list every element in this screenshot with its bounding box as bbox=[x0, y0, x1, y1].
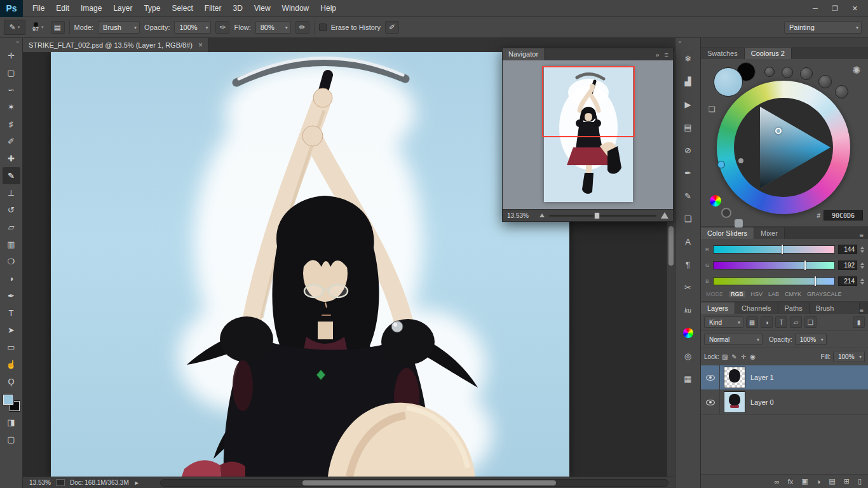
menu-edit[interactable]: Edit bbox=[50, 0, 75, 17]
red-value-field[interactable]: 144 bbox=[838, 245, 857, 254]
menu-file[interactable]: File bbox=[27, 0, 50, 17]
eyedropper-tool[interactable]: ✐ bbox=[3, 133, 20, 150]
blue-slider-marker[interactable] bbox=[815, 276, 816, 286]
filter-pixel-icon[interactable]: ▦ bbox=[746, 316, 758, 328]
gradient-tool[interactable]: ▥ bbox=[3, 236, 20, 253]
brush-panel-toggle-icon[interactable]: ▤ bbox=[51, 21, 65, 34]
toolbar-collapse-icon[interactable]: » bbox=[17, 38, 22, 47]
menu-image[interactable]: Image bbox=[75, 0, 107, 17]
layer-mask-icon[interactable]: ▣ bbox=[801, 477, 808, 485]
path-selection-tool[interactable]: ➤ bbox=[3, 322, 20, 339]
layer-comps-icon[interactable]: ❏ bbox=[679, 209, 698, 228]
healing-brush-tool[interactable]: ✚ bbox=[3, 150, 20, 167]
dodge-tool[interactable]: ◑ bbox=[3, 270, 20, 287]
mode-select[interactable]: Brush bbox=[98, 21, 140, 34]
history-brush-tool[interactable]: ↺ bbox=[3, 201, 20, 219]
color-mode-circle-icon[interactable] bbox=[710, 195, 721, 207]
actions-icon[interactable]: ▶ bbox=[679, 95, 698, 114]
red-stepper[interactable] bbox=[860, 247, 864, 253]
new-layer-icon[interactable]: ⊞ bbox=[844, 477, 850, 485]
filter-type-icon[interactable]: T bbox=[775, 316, 787, 328]
flow-select[interactable]: 80% bbox=[255, 21, 291, 34]
tab-paths[interactable]: Paths bbox=[778, 302, 810, 314]
dock-collapse-icon[interactable]: « bbox=[675, 38, 681, 47]
libraries-icon[interactable]: ▦ bbox=[679, 369, 698, 388]
shape-tool[interactable]: ▭ bbox=[3, 339, 20, 356]
blue-value-field[interactable]: 214 bbox=[838, 276, 857, 286]
mode-hsv[interactable]: HSV bbox=[751, 291, 763, 297]
copy-color-icon[interactable]: ❏ bbox=[709, 105, 715, 114]
knob-icon[interactable] bbox=[764, 67, 775, 77]
menu-filter[interactable]: Filter bbox=[199, 0, 227, 17]
quick-mask-button[interactable]: ◨ bbox=[3, 414, 20, 431]
quick-selection-tool[interactable]: ✶ bbox=[3, 98, 20, 116]
filter-smart-object-icon[interactable]: ❏ bbox=[804, 316, 817, 328]
blur-tool[interactable]: ❍ bbox=[3, 253, 20, 270]
blue-stepper[interactable] bbox=[860, 278, 864, 285]
clone-source-icon[interactable]: ◎ bbox=[679, 346, 698, 365]
move-tool[interactable]: ✛ bbox=[3, 47, 20, 64]
screen-mode-button[interactable]: ▢ bbox=[3, 431, 20, 448]
tab-mixer[interactable]: Mixer bbox=[754, 227, 785, 239]
green-value-field[interactable]: 192 bbox=[838, 261, 857, 270]
knob-icon[interactable] bbox=[835, 85, 848, 98]
close-document-icon[interactable]: × bbox=[198, 41, 203, 50]
layer-name[interactable]: Layer 1 bbox=[750, 374, 774, 381]
knob-icon[interactable] bbox=[800, 67, 813, 80]
blend-mode-select[interactable]: Normal bbox=[704, 334, 763, 345]
knob-icon[interactable] bbox=[782, 67, 793, 78]
mode-cmyk[interactable]: CMYK bbox=[785, 291, 801, 297]
delete-layer-icon[interactable]: ▯ bbox=[858, 477, 862, 485]
lock-pixels-icon[interactable]: ✎ bbox=[731, 353, 736, 360]
color-themes-icon[interactable] bbox=[679, 323, 698, 342]
lock-all-icon[interactable]: ◉ bbox=[750, 353, 756, 360]
eye-icon[interactable] bbox=[706, 375, 715, 381]
lasso-tool[interactable]: ∽ bbox=[3, 81, 20, 98]
layer-group-icon[interactable]: ▤ bbox=[829, 477, 835, 485]
airbrush-icon[interactable]: ✏ bbox=[295, 21, 309, 34]
foreground-color-swatch[interactable] bbox=[3, 395, 13, 405]
gear-icon[interactable]: ✺ bbox=[852, 64, 860, 76]
hue-marker[interactable] bbox=[717, 161, 725, 168]
marquee-tool[interactable]: ▢ bbox=[3, 64, 20, 81]
filter-shape-icon[interactable]: ▱ bbox=[790, 316, 802, 328]
tab-swatches[interactable]: Swatches bbox=[701, 48, 745, 59]
green-stepper[interactable] bbox=[860, 262, 864, 269]
fill-select[interactable]: 100% bbox=[833, 351, 865, 362]
navigator-collapse-icon[interactable]: » bbox=[655, 51, 659, 58]
vertical-scrollbar-thumb[interactable] bbox=[668, 226, 674, 266]
layer-name[interactable]: Layer 0 bbox=[750, 398, 774, 406]
lock-transparency-icon[interactable]: ▨ bbox=[722, 353, 728, 360]
horizontal-scrollbar-thumb[interactable] bbox=[302, 480, 556, 485]
tab-channels[interactable]: Channels bbox=[735, 302, 778, 314]
knob-icon[interactable] bbox=[818, 75, 832, 88]
zoom-tool[interactable]: Ǫ bbox=[3, 373, 20, 390]
red-slider[interactable] bbox=[713, 245, 835, 254]
layer-thumbnail[interactable] bbox=[724, 367, 745, 388]
current-color-circle[interactable] bbox=[714, 67, 743, 97]
scissors-icon[interactable]: ✂ bbox=[679, 278, 698, 297]
navigator-zoom-field[interactable]: 13.53% bbox=[507, 212, 535, 219]
opacity-select[interactable]: 100% bbox=[174, 21, 211, 34]
adjustment-layer-icon[interactable]: ◑ bbox=[817, 478, 821, 485]
crop-tool[interactable]: ♯ bbox=[3, 116, 20, 133]
hand-tool[interactable]: ☝ bbox=[3, 356, 20, 373]
menu-type[interactable]: Type bbox=[138, 0, 166, 17]
eye-icon[interactable] bbox=[706, 400, 715, 405]
panel-menu-icon[interactable]: ≡ bbox=[860, 306, 868, 314]
panel-menu-icon[interactable]: ≡ bbox=[860, 231, 868, 239]
menu-help[interactable]: Help bbox=[315, 0, 342, 17]
pressure-opacity-icon[interactable]: ✑ bbox=[215, 21, 229, 34]
lock-position-icon[interactable]: ✛ bbox=[741, 353, 746, 360]
navigator-menu-icon[interactable]: ≡ bbox=[665, 51, 668, 58]
green-slider[interactable] bbox=[713, 261, 835, 269]
layer-row-layer-0[interactable]: Layer 0 bbox=[701, 390, 868, 415]
layer-effects-icon[interactable]: fx bbox=[788, 478, 794, 485]
tab-layers[interactable]: Layers bbox=[701, 302, 735, 314]
tool-presets-icon[interactable]: ▤ bbox=[679, 118, 698, 137]
menu-window[interactable]: Window bbox=[276, 0, 315, 17]
layer-row-layer-1[interactable]: Layer 1 bbox=[701, 365, 868, 390]
navigator-zoom-slider-thumb[interactable] bbox=[594, 212, 600, 219]
brush-tool[interactable]: ✎ bbox=[3, 167, 20, 184]
pressure-size-icon[interactable]: ✐ bbox=[385, 21, 399, 34]
